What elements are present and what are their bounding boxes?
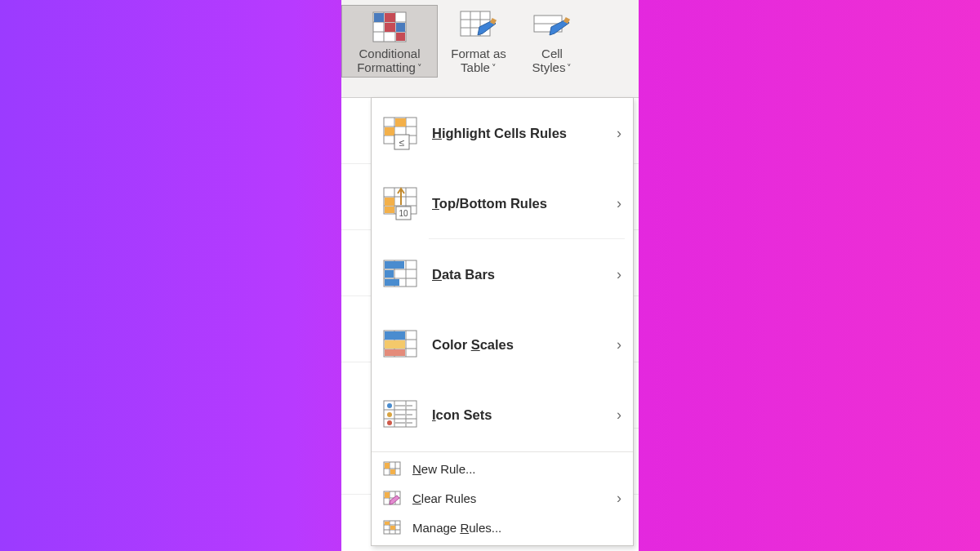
menu-item-new-rule[interactable]: New Rule... [372, 454, 633, 483]
menu-item-clear-rules[interactable]: Clear Rules › [372, 483, 633, 513]
menu-label: Top/Bottom Rules [432, 196, 610, 211]
svg-rect-42 [385, 261, 404, 269]
ribbon-label: Formatting˅ [357, 60, 422, 74]
menu-label: Manage Rules... [412, 521, 621, 535]
svg-rect-81 [390, 526, 395, 530]
chevron-right-icon: › [617, 195, 621, 212]
svg-rect-34 [385, 207, 394, 213]
svg-rect-33 [385, 198, 394, 206]
menu-label: Data Bars [432, 267, 610, 282]
svg-rect-51 [385, 340, 405, 349]
svg-rect-24 [385, 127, 394, 136]
chevron-right-icon: › [617, 125, 621, 142]
format-as-table-button[interactable]: Format as Table˅ [438, 5, 519, 78]
conditional-formatting-dropdown: ≤ Highlight Cells Rules › 10 [371, 97, 634, 546]
svg-rect-9 [396, 33, 405, 41]
svg-rect-43 [385, 270, 394, 278]
ribbon-label: Format as [451, 47, 506, 60]
menu-label: New Rule... [412, 462, 621, 476]
chevron-right-icon: › [617, 336, 621, 353]
data-bars-icon [383, 256, 419, 292]
svg-rect-25 [395, 118, 406, 127]
menu-label: Highlight Cells Rules [432, 126, 610, 141]
svg-point-58 [387, 403, 392, 408]
menu-label: Color Scales [432, 337, 610, 353]
chevron-right-icon: › [617, 407, 621, 424]
menu-item-top-bottom-rules[interactable]: 10 Top/Bottom Rules › [372, 168, 633, 238]
menu-separator [372, 451, 633, 452]
svg-point-60 [387, 420, 392, 425]
svg-rect-52 [385, 349, 405, 356]
conditional-formatting-button[interactable]: Conditional Formatting˅ [341, 5, 438, 78]
conditional-formatting-icon [370, 9, 409, 45]
svg-rect-7 [385, 23, 395, 32]
menu-item-data-bars[interactable]: Data Bars › [372, 239, 633, 309]
new-rule-icon [383, 460, 401, 478]
chevron-down-icon: ˅ [567, 63, 572, 73]
color-scales-icon [383, 327, 419, 362]
format-as-table-icon [459, 9, 498, 45]
svg-rect-68 [385, 463, 390, 469]
svg-rect-50 [385, 331, 405, 340]
menu-item-color-scales[interactable]: Color Scales › [372, 309, 633, 380]
ribbon-label: Cell [541, 47, 563, 60]
menu-label: Icon Sets [432, 407, 610, 423]
svg-text:10: 10 [399, 209, 408, 218]
chevron-right-icon: › [617, 266, 621, 283]
svg-rect-44 [385, 279, 399, 286]
manage-rules-icon [383, 518, 401, 536]
svg-rect-8 [396, 23, 405, 32]
cell-styles-button[interactable]: Cell Styles˅ [519, 5, 585, 78]
ribbon-label: Table˅ [461, 60, 497, 74]
menu-item-highlight-cells-rules[interactable]: ≤ Highlight Cells Rules › [372, 98, 633, 168]
menu-item-manage-rules[interactable]: Manage Rules... [372, 513, 633, 542]
app-panel: Conditional Formatting˅ Format as Tab [341, 0, 639, 551]
highlight-cells-rules-icon: ≤ [383, 115, 419, 151]
chevron-right-icon: › [617, 490, 621, 507]
svg-rect-69 [390, 469, 395, 474]
svg-rect-74 [385, 492, 390, 498]
menu-item-icon-sets[interactable]: Icon Sets › [372, 380, 633, 450]
cell-styles-icon [532, 9, 572, 45]
top-bottom-rules-icon: 10 [383, 185, 419, 221]
svg-text:≤: ≤ [399, 137, 405, 149]
svg-rect-80 [385, 522, 390, 525]
icon-sets-icon [383, 397, 419, 433]
ribbon-label: Styles˅ [532, 60, 572, 74]
ribbon-styles-group: Conditional Formatting˅ Format as Tab [341, 0, 639, 98]
chevron-down-icon: ˅ [417, 63, 422, 73]
menu-label: Clear Rules [412, 491, 610, 505]
clear-rules-icon [383, 489, 401, 507]
svg-rect-6 [385, 13, 395, 22]
ribbon-label: Conditional [359, 47, 420, 60]
chevron-down-icon: ˅ [492, 63, 497, 73]
svg-point-59 [387, 412, 392, 417]
svg-rect-5 [374, 13, 384, 22]
